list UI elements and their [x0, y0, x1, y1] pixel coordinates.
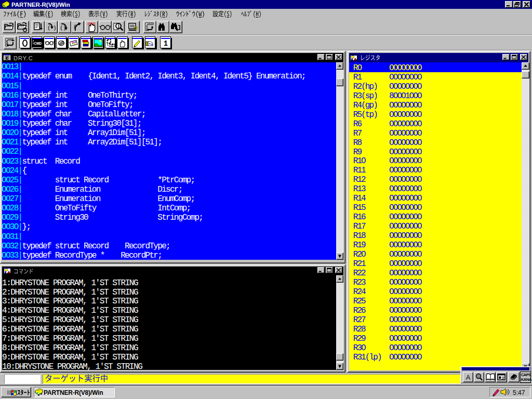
svg-text:): ) — [53, 25, 57, 31]
svg-text:1: 1 — [163, 39, 167, 47]
svg-text:A: A — [466, 374, 470, 381]
svg-text:(: ( — [47, 25, 51, 31]
svg-text:CMD: CMD — [34, 42, 42, 45]
svg-text:(: ( — [73, 24, 77, 30]
svg-text:?: ? — [134, 25, 138, 33]
svg-text:): ) — [63, 25, 66, 31]
